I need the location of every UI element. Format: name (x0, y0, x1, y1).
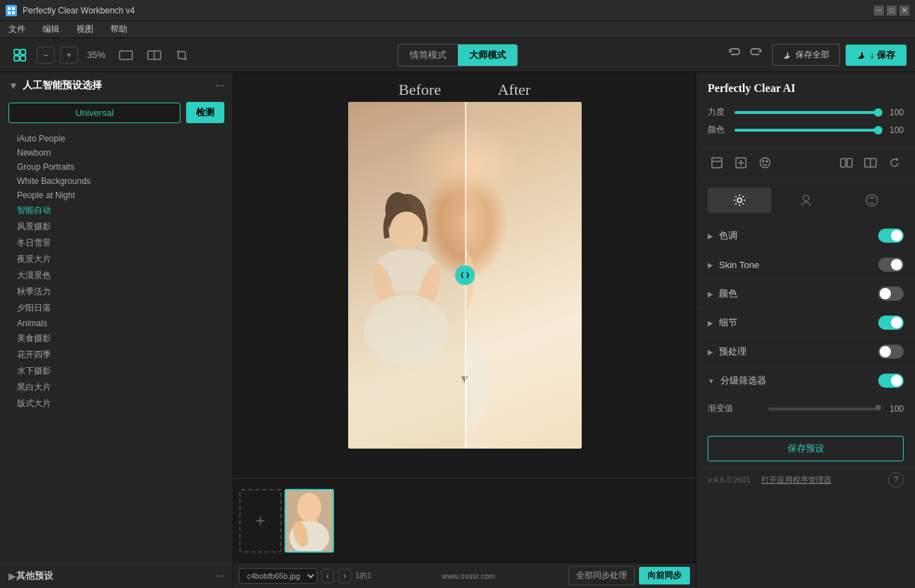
other-presets-collapse-button[interactable]: ▶ (8, 570, 16, 582)
preset-item-night-scene[interactable]: 夜景大片 (0, 251, 233, 267)
refresh-tool-button[interactable] (885, 154, 904, 175)
strength-slider[interactable] (735, 111, 878, 114)
after-image (465, 102, 582, 449)
preset-panel-title: 人工智能预设选择 (23, 79, 211, 92)
next-image-button[interactable]: › (338, 569, 351, 583)
menu-file[interactable]: 文件 (6, 22, 28, 37)
compare-tool-button[interactable] (837, 154, 856, 175)
svg-rect-41 (847, 158, 852, 167)
preset-item-animals[interactable]: Animals (0, 316, 233, 330)
preset-item-iauto[interactable]: iAuto People (0, 132, 233, 146)
preset-item-white-bg[interactable]: White Backgrounds (0, 174, 233, 188)
preset-item-winter[interactable]: 冬日雪景 (0, 235, 233, 251)
preset-item-food[interactable]: 美食摄影 (0, 330, 233, 347)
color-slider-row: 颜色 100 (708, 124, 904, 136)
zoom-out-button[interactable]: − (37, 47, 54, 64)
gradient-slider[interactable] (769, 408, 878, 410)
save-button[interactable]: ↓ 保存 (846, 45, 907, 66)
adjustment-detail[interactable]: ▶ 细节 (696, 309, 915, 338)
preset-item-autumn[interactable]: 秋季活力 (0, 284, 233, 300)
image-container[interactable] (348, 102, 582, 449)
tab-face[interactable] (840, 188, 904, 213)
menu-help[interactable]: 帮助 (108, 22, 130, 37)
preset-item-group[interactable]: Group Portraits (0, 160, 233, 174)
preset-item-night[interactable]: People at Night (0, 188, 233, 202)
adjustment-preprocess[interactable]: ▶ 预处理 (696, 338, 915, 367)
other-presets-title: 其他预设 (16, 570, 215, 582)
grading-toggle[interactable] (878, 374, 904, 388)
titlebar: Perfectly Clear Workbench v4 ─ □ ✕ (0, 0, 915, 21)
adjustment-skin-tone[interactable]: ▶ Skin Tone (696, 250, 915, 279)
panel-collapse-button[interactable]: ▼ (8, 80, 18, 91)
master-mode-button[interactable]: 大师模式 (458, 45, 517, 66)
svg-point-39 (766, 161, 768, 162)
preset-item-newborn[interactable]: Newborn (0, 146, 233, 160)
strength-fill (735, 111, 878, 114)
prev-image-button[interactable]: ‹ (321, 569, 334, 583)
adjustment-tone[interactable]: ▶ 色调 (696, 221, 915, 250)
tone-arrow: ▶ (708, 232, 713, 240)
simple-mode-button[interactable]: 情简模式 (398, 45, 458, 66)
tab-skin[interactable] (774, 188, 838, 213)
other-presets-options-button[interactable]: ··· (215, 570, 224, 582)
skin-tone-toggle[interactable] (878, 258, 904, 272)
adjustment-grading[interactable]: ▼ 分级筛选器 (696, 367, 915, 396)
color-slider[interactable] (735, 129, 878, 132)
undo-button[interactable] (724, 43, 744, 67)
preset-item-desert[interactable]: 大漠景色 (0, 267, 233, 284)
crop-button[interactable] (171, 46, 192, 64)
strength-value: 100 (884, 108, 904, 117)
preset-item-bw[interactable]: 黑白大片 (0, 379, 233, 396)
menu-view[interactable]: 视图 (74, 22, 96, 37)
svg-rect-32 (712, 158, 722, 168)
ai-sliders: 力度 100 颜色 100 (696, 100, 915, 147)
preprocess-arrow: ▶ (708, 348, 713, 356)
zoom-tool-button[interactable] (861, 154, 880, 175)
panel-options-button[interactable]: ··· (215, 79, 224, 92)
detect-button[interactable]: 检测 (186, 102, 224, 123)
preset-item-sunset[interactable]: 夕阳日落 (0, 300, 233, 316)
detail-toggle[interactable] (878, 316, 904, 330)
svg-point-46 (866, 195, 877, 206)
tone-toggle[interactable] (878, 229, 904, 243)
svg-point-45 (803, 195, 809, 201)
split-handle[interactable] (455, 265, 475, 285)
app-icon (6, 5, 17, 16)
filmstrip-thumbnail[interactable] (284, 489, 334, 553)
crop-tool-button[interactable] (708, 154, 726, 175)
add-tool-button[interactable] (732, 154, 750, 175)
face-tool-button[interactable] (756, 154, 774, 175)
menu-edit[interactable]: 编辑 (40, 22, 62, 37)
save-all-button[interactable]: 保存全部 (772, 44, 840, 66)
version-bar: v:4.6.0.2601 打开应用程序管理器 ? (696, 467, 915, 492)
filmstrip-bottom: c4bobfb65b.jpg ‹ › 1的1 www.osssr.com 全部同… (234, 563, 696, 588)
zoom-in-button[interactable]: + (60, 47, 78, 64)
filmstrip-add-button[interactable]: + (239, 489, 282, 553)
preset-item-underwater[interactable]: 水下摄影 (0, 363, 233, 379)
minimize-button[interactable]: ─ (874, 6, 884, 16)
redo-button[interactable] (747, 43, 766, 67)
split-view-button[interactable] (143, 47, 166, 63)
filename-select[interactable]: c4bobfb65b.jpg (239, 568, 317, 584)
maximize-button[interactable]: □ (887, 6, 897, 16)
preset-item-smart-auto[interactable]: 智能自动 (0, 202, 233, 219)
preset-dropdown[interactable]: Universal (8, 103, 180, 123)
fit-screen-button[interactable] (8, 45, 31, 65)
after-label: After (497, 81, 530, 99)
preprocess-toggle[interactable] (878, 345, 904, 359)
preset-item-landscape[interactable]: 风景摄影 (0, 219, 233, 235)
svg-rect-6 (14, 56, 19, 61)
preset-item-flowers[interactable]: 花开四季 (0, 347, 233, 363)
tab-settings[interactable] (708, 188, 771, 213)
forward-sync-button[interactable]: 向前同步 (639, 567, 690, 584)
close-button[interactable]: ✕ (899, 6, 909, 16)
help-button[interactable]: ? (888, 472, 904, 488)
svg-rect-40 (841, 158, 846, 167)
preset-item-fashion[interactable]: 版式大片 (0, 396, 233, 412)
strength-label: 力度 (708, 106, 729, 118)
adjustment-color[interactable]: ▶ 颜色 (696, 279, 915, 309)
batch-sync-button[interactable]: 全部同步处理 (568, 566, 635, 585)
frame-button[interactable] (115, 47, 137, 63)
color-toggle[interactable] (878, 287, 904, 301)
save-preset-button[interactable]: 保存预设 (708, 436, 904, 461)
